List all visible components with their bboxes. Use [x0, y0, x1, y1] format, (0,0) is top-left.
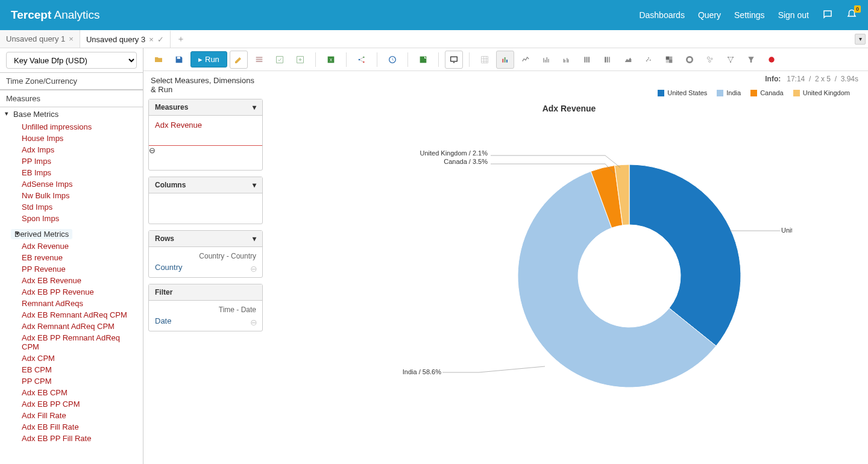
remove-icon[interactable]: ⊖ [149, 146, 156, 155]
svg-point-41 [707, 57, 709, 59]
measure-item[interactable]: Adx Revenue [155, 121, 202, 130]
save-icon[interactable] [170, 51, 188, 69]
chart-network-icon[interactable] [722, 51, 740, 69]
legend-item-us[interactable]: United States [658, 89, 707, 96]
chart-grouped-icon[interactable] [558, 51, 576, 69]
nav-settings[interactable]: Settings [734, 10, 765, 20]
metric-item[interactable]: Adx EB Revenue [22, 275, 137, 286]
chart-100stacked-icon[interactable] [599, 51, 617, 69]
notifications-button[interactable]: 0 [846, 9, 857, 22]
svg-point-43 [709, 60, 711, 62]
sidebar: Key Value Dfp (USD) Time Zone/Currency M… [0, 48, 143, 464]
legend-item-uk[interactable]: United Kingdom [793, 89, 850, 96]
group-base-metrics[interactable]: Base Metrics [0, 107, 143, 121]
chart-scatter-icon[interactable] [640, 51, 658, 69]
metric-item[interactable]: Spon Imps [22, 213, 137, 224]
share-icon[interactable] [353, 51, 371, 69]
metric-item[interactable]: Std Imps [22, 201, 137, 213]
chart-table-icon[interactable] [476, 51, 494, 69]
run-button[interactable]: ▸Run [190, 51, 227, 67]
svg-rect-24 [567, 58, 567, 62]
metric-item[interactable]: Nw Bulk Imps [22, 190, 137, 201]
tool-icon-3[interactable] [291, 51, 309, 69]
metric-item[interactable]: AdSense Imps [22, 178, 137, 190]
chart-area-icon[interactable] [619, 51, 637, 69]
tab-unsaved-query-1[interactable]: Unsaved query 1 × [0, 30, 80, 48]
metric-item[interactable]: Adx Fill Rate [22, 410, 137, 421]
donut-slice[interactable] [629, 165, 741, 346]
metric-item[interactable]: EB Imps [22, 167, 137, 178]
metric-item[interactable]: Adx EB PP Remnant AdReq CPM [22, 332, 137, 353]
dropzone-header-rows[interactable]: Rows▾ [149, 231, 262, 247]
sidebar-section-timezone[interactable]: Time Zone/Currency [0, 72, 143, 90]
chart-line-icon[interactable] [517, 51, 535, 69]
top-nav: Dashboards Query Settings Sign out 0 [639, 9, 857, 22]
chart-donut-icon[interactable] [681, 51, 699, 69]
dropzone-header-filter[interactable]: Filter [149, 284, 262, 301]
metric-item[interactable]: Adx Revenue [22, 240, 137, 252]
tab-unsaved-query-3[interactable]: Unsaved query 3 × ✓ [80, 30, 171, 48]
rows-dropzone[interactable]: Rows▾ Country - Country Country ⊖ [148, 230, 263, 278]
close-icon[interactable]: × [69, 34, 74, 43]
chart-column-icon[interactable] [537, 51, 555, 69]
metric-item[interactable]: Adx EB PP Revenue [22, 286, 137, 298]
derived-metrics-list: Adx RevenueEB revenuePP RevenueAdx EB Re… [0, 240, 143, 448]
tabs-dropdown[interactable]: ▾ [855, 34, 866, 45]
metric-item[interactable]: Adx Imps [22, 144, 137, 155]
chat-icon[interactable] [822, 9, 833, 22]
tool-icon-2[interactable] [271, 51, 289, 69]
edit-icon[interactable] [230, 51, 248, 69]
chart-heatmap-icon[interactable] [660, 51, 678, 69]
dropzone-header-measures[interactable]: Measures▾ [149, 99, 262, 116]
open-icon[interactable] [149, 51, 168, 69]
add-tab-button[interactable]: ＋ [171, 34, 191, 45]
metric-item[interactable]: Remnant AdReqs [22, 298, 137, 309]
app-header: Tercept Analytics Dashboards Query Setti… [0, 0, 868, 30]
metric-item[interactable]: PP CPM [22, 375, 137, 387]
metric-item[interactable]: Adx EB PP CPM [22, 398, 137, 410]
metric-item[interactable]: Adx EB CPM [22, 387, 137, 398]
metric-item[interactable]: EB CPM [22, 364, 137, 375]
remove-icon[interactable]: ⊖ [250, 318, 257, 327]
svg-text:X: X [330, 57, 333, 61]
legend-item-canada[interactable]: Canada [750, 89, 784, 96]
clock-icon[interactable] [383, 51, 401, 69]
tool-icon-1[interactable] [250, 51, 268, 69]
dropzone-header-columns[interactable]: Columns▾ [149, 177, 262, 193]
nav-query[interactable]: Query [698, 10, 721, 20]
close-icon[interactable]: × [149, 35, 154, 44]
chart-stacked-icon[interactable] [578, 51, 596, 69]
remove-icon[interactable]: ⊖ [250, 264, 257, 274]
metric-item[interactable]: Unfilled impressions [22, 121, 137, 133]
metric-item[interactable]: PP Imps [22, 155, 137, 167]
export-xls-icon[interactable] [414, 51, 432, 69]
legend-item-india[interactable]: India [717, 89, 741, 96]
metric-item[interactable]: Adx EB Remnant AdReq CPM [22, 309, 137, 321]
group-derived-metrics[interactable]: Derived Metrics [11, 229, 72, 239]
measures-dropzone[interactable]: Measures▾ Adx Revenue ⊖ [148, 99, 263, 171]
slice-label-india: India / 58.6% [403, 366, 545, 375]
chart-bar-icon[interactable] [496, 51, 514, 69]
nav-signout[interactable]: Sign out [778, 10, 809, 20]
chart-bubble-icon[interactable] [701, 51, 719, 69]
chart-funnel-icon[interactable] [742, 51, 760, 69]
metric-item[interactable]: Adx Remnant AdReq CPM [22, 321, 137, 332]
datasource-selector[interactable]: Key Value Dfp (USD) [6, 52, 137, 69]
filter-dropzone[interactable]: Filter Time - Date Date ⊖ [148, 284, 263, 331]
export-excel-icon[interactable]: X [322, 51, 340, 69]
metric-item[interactable]: House Imps [22, 133, 137, 144]
metric-item[interactable]: PP Revenue [22, 263, 137, 275]
columns-dropzone[interactable]: Columns▾ [148, 177, 263, 224]
rows-item[interactable]: Country [155, 263, 183, 272]
filter-item[interactable]: Date [155, 316, 171, 325]
toolbar: ▸Run X [143, 48, 868, 71]
svg-rect-1 [256, 57, 263, 58]
metric-item[interactable]: Adx EB PP Fill Rate [22, 433, 137, 444]
record-icon[interactable] [763, 51, 781, 69]
metric-item[interactable]: EB revenue [22, 252, 137, 263]
sidebar-section-measures[interactable]: Measures [0, 90, 143, 107]
metric-item[interactable]: Adx CPM [22, 353, 137, 364]
metric-item[interactable]: Adx EB Fill Rate [22, 421, 137, 433]
screen-icon[interactable] [445, 51, 463, 69]
nav-dashboards[interactable]: Dashboards [639, 10, 685, 20]
